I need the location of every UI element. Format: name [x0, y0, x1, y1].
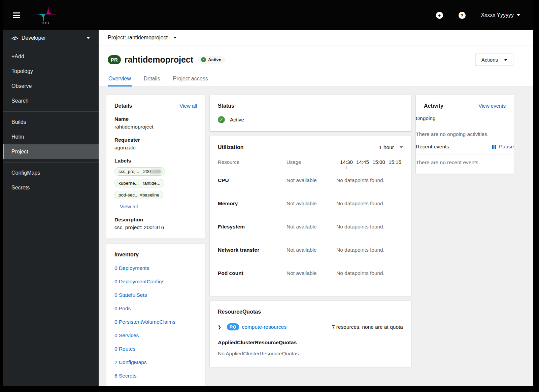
- applied-quotas-title: AppliedClusterResourceQuotas: [218, 340, 403, 346]
- utilization-table-header: Resource Usage 14:30 14:45 15:00 15:15: [218, 159, 403, 168]
- actions-button-label: Actions: [481, 57, 498, 63]
- check-circle-icon: ✓: [218, 116, 225, 123]
- utilization-row: Network transfer Not available No datapo…: [218, 238, 403, 261]
- masthead: csc + ? Xxxxx Yyyyyy: [3, 0, 533, 30]
- utilization-row: Filesystem Not available No datapoints f…: [218, 215, 403, 238]
- sidebar-item-search[interactable]: Search: [3, 94, 99, 108]
- inventory-services-link[interactable]: 0 Services: [114, 332, 197, 338]
- main-content: Project: rahtidemoproject PR rahtidemopr…: [99, 30, 533, 386]
- sidebar-item-observe[interactable]: Observe: [3, 79, 99, 94]
- actions-button[interactable]: Actions: [475, 54, 513, 66]
- app-window: csc + ? Xxxxx Yyyyyy </> Developer +Add …: [3, 0, 533, 386]
- help-icon[interactable]: ?: [459, 12, 466, 19]
- usage-column-header: Usage: [287, 159, 336, 165]
- sidebar: </> Developer +Add Topology Observe Sear…: [3, 30, 99, 386]
- time-tick: 15:15: [387, 159, 403, 165]
- label-chip[interactable]: csc_proj... =2001316: [114, 167, 165, 176]
- chevron-down-icon: [87, 37, 90, 39]
- name-label: Name: [114, 116, 197, 122]
- inventory-pods-link[interactable]: 0 Pods: [114, 306, 197, 312]
- perspective-switcher[interactable]: </> Developer: [3, 30, 99, 46]
- sidebar-item-helm[interactable]: Helm: [3, 130, 99, 144]
- chevron-down-icon: [173, 37, 177, 39]
- recent-events-title: Recent events: [416, 144, 449, 150]
- sidebar-item-configmaps[interactable]: ConfigMaps: [3, 166, 99, 180]
- nav-group-resources: Builds Helm Project: [3, 111, 99, 162]
- duration-dropdown[interactable]: 1 hour: [379, 144, 403, 150]
- details-view-all-link[interactable]: View all: [180, 103, 197, 109]
- resourcequota-link[interactable]: compute-resources: [242, 324, 287, 330]
- overview-content: Details View all Name rahtidemoproject R…: [99, 86, 533, 386]
- check-circle-icon: ✓: [201, 57, 206, 62]
- resourcequota-status: 7 resources, none are at quota: [332, 324, 403, 330]
- name-value: rahtidemoproject: [114, 124, 197, 130]
- perspective-label: Developer: [22, 35, 46, 41]
- csc-logo-icon: [35, 6, 57, 22]
- sidebar-item-topology[interactable]: Topology: [3, 64, 99, 79]
- sidebar-item-builds[interactable]: Builds: [3, 115, 99, 130]
- chevron-down-icon: [517, 14, 520, 16]
- inventory-card-title: Inventory: [114, 252, 197, 258]
- activity-card: Activity View events Ongoing There are n…: [416, 95, 514, 174]
- sidebar-item-secrets[interactable]: Secrets: [3, 180, 99, 195]
- expand-chevron-icon[interactable]: ❯: [218, 325, 221, 329]
- label-chip[interactable]: pod-sec... =baseline: [114, 191, 163, 199]
- inventory-pvcs-link[interactable]: 0 PersistentVolumeClaims: [114, 319, 197, 325]
- status-card-title: Status: [218, 103, 403, 109]
- inventory-configmaps-link[interactable]: 2 ConfigMaps: [114, 359, 197, 365]
- tab-project-access[interactable]: Project access: [172, 73, 209, 86]
- view-events-link[interactable]: View events: [478, 103, 506, 109]
- create-plus-icon[interactable]: +: [436, 12, 443, 19]
- inventory-deploymentconfigs-link[interactable]: 0 DeploymentConfigs: [114, 279, 197, 285]
- inventory-deployments-link[interactable]: 0 Deployments: [114, 265, 197, 271]
- ongoing-title: Ongoing: [416, 115, 436, 121]
- applied-quotas-empty-text: No AppliedClusterResourceQuotas: [218, 351, 403, 357]
- utilization-card-title: Utilization: [218, 144, 243, 150]
- code-icon: </>: [11, 35, 18, 41]
- redacted-text: 1316: [151, 169, 161, 174]
- tab-details[interactable]: Details: [143, 73, 161, 86]
- requester-label: Requester: [114, 137, 197, 143]
- time-tick: 15:00: [371, 159, 387, 165]
- inventory-routes-link[interactable]: 0 Routes: [114, 346, 197, 352]
- labels-view-all-link[interactable]: View all: [120, 204, 138, 210]
- utilization-card: Utilization 1 hour Resource Usage: [210, 136, 411, 296]
- csc-logo-text: csc: [42, 21, 50, 24]
- resource-column-header: Resource: [218, 159, 287, 165]
- pause-events-button[interactable]: Pause: [492, 144, 514, 150]
- tab-bar: Overview Details Project access: [99, 73, 533, 86]
- sidebar-item-add[interactable]: +Add: [3, 49, 99, 64]
- time-tick: 14:45: [355, 159, 371, 165]
- hamburger-icon: [13, 12, 20, 13]
- user-menu[interactable]: Xxxxx Yyyyyy: [481, 12, 520, 18]
- nav-toggle-button[interactable]: [13, 12, 20, 18]
- project-resource-badge: PR: [108, 55, 121, 64]
- sidebar-item-project[interactable]: Project: [3, 144, 99, 159]
- pause-button-label: Pause: [499, 144, 514, 150]
- project-selector-bar: Project: rahtidemoproject: [99, 30, 533, 45]
- page-header: PR rahtidemoproject ✓ Active Actions: [99, 45, 533, 73]
- project-selector-label: Project: rahtidemoproject: [108, 35, 168, 41]
- tab-overview[interactable]: Overview: [108, 73, 132, 86]
- resourcequotas-card: ResourceQuotas ❯ RQ compute-resources 7 …: [210, 301, 411, 367]
- inventory-statefulsets-link[interactable]: 0 StatefulSets: [114, 292, 197, 298]
- recent-events-empty-text: There are no recent events.: [416, 154, 514, 174]
- status-badge: ✓ Active: [198, 56, 225, 64]
- requester-value: agonzale: [114, 145, 197, 151]
- project-selector[interactable]: Project: rahtidemoproject: [108, 35, 177, 41]
- inventory-secrets-link[interactable]: 6 Secrets: [114, 373, 197, 379]
- status-value: Active: [230, 117, 244, 123]
- status-card: Status ✓ Active: [210, 95, 411, 131]
- ongoing-empty-text: There are no ongoing activities.: [416, 126, 514, 143]
- details-card: Details View all Name rahtidemoproject R…: [106, 95, 205, 239]
- status-badge-label: Active: [208, 57, 221, 62]
- duration-value: 1 hour: [379, 144, 394, 150]
- resourcequotas-card-title: ResourceQuotas: [218, 309, 403, 315]
- chevron-down-icon: [400, 146, 403, 148]
- resourcequota-row: ❯ RQ compute-resources 7 resources, none…: [218, 323, 403, 330]
- csc-logo: csc: [35, 6, 57, 24]
- chevron-down-icon: [504, 59, 507, 61]
- label-chip[interactable]: kuberne... =rahtide...: [114, 179, 164, 187]
- utilization-row: Pod count Not available No datapoints fo…: [218, 261, 403, 284]
- description-label: Description: [114, 217, 197, 223]
